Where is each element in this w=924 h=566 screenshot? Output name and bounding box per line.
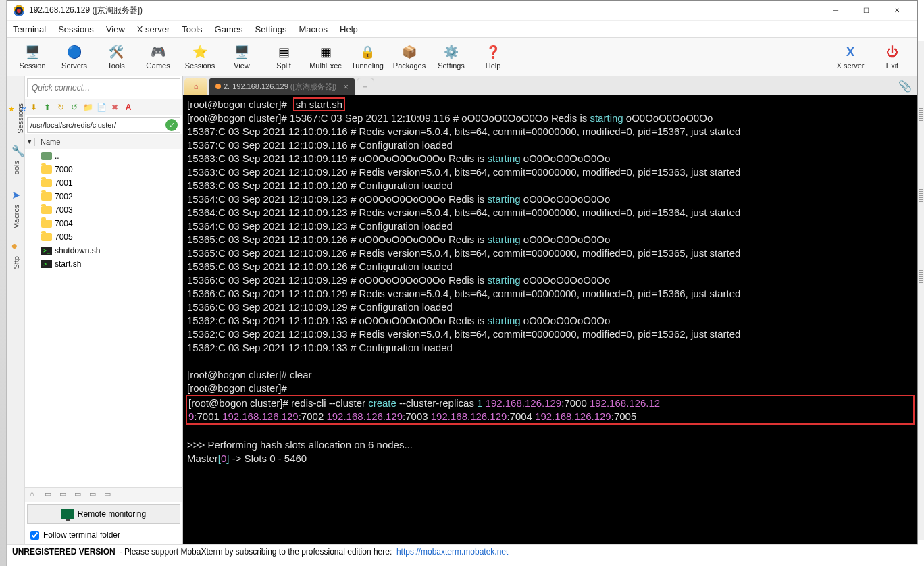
- file-name: ..: [55, 151, 59, 161]
- folder-icon: [41, 232, 52, 242]
- split-icon: ▤: [276, 44, 292, 60]
- file-row-7001[interactable]: 7001: [25, 176, 182, 190]
- refresh-down-icon[interactable]: ↻: [55, 102, 66, 113]
- sidebar: Sessions 🔧 Tools ➤ Macros ● Sftp ⬇ ⬆ ↻ ↺…: [7, 76, 183, 544]
- file-name: 7005: [55, 232, 73, 242]
- svg-point-1: [17, 9, 21, 13]
- window-controls: ─ ☐ ✕: [821, 1, 912, 20]
- folder-icon: [41, 192, 52, 201]
- file-tree[interactable]: ..700070017002700370047005>_shutdown.sh>…: [25, 149, 182, 487]
- collapse-sidebar-button[interactable]: «: [17, 102, 30, 115]
- terminal-output[interactable]: [root@bogon cluster]# sh start.sh [root@…: [183, 95, 917, 544]
- quick-connect-input[interactable]: [27, 78, 180, 97]
- status-msg: - Please support MobaXterm by subscribin…: [120, 547, 392, 557]
- tab-new[interactable]: ＋: [357, 78, 374, 95]
- reload-icon[interactable]: ▭: [74, 490, 85, 500]
- monitor-icon: [61, 509, 74, 519]
- menu-macros[interactable]: Macros: [299, 24, 328, 34]
- view-icon3[interactable]: ▭: [104, 490, 115, 500]
- font-icon[interactable]: A: [123, 102, 134, 113]
- star-icon: ⭐: [192, 44, 208, 60]
- titlebar: 192.168.126.129 ([京淘服务器]) ─ ☐ ✕: [7, 1, 917, 21]
- pin-icon[interactable]: 📎: [898, 80, 912, 93]
- folder-icon[interactable]: ▭: [45, 490, 55, 500]
- menu-help[interactable]: Help: [340, 24, 358, 34]
- tb-split[interactable]: ▤Split: [263, 44, 305, 70]
- tb-tools[interactable]: 🛠️Tools: [95, 44, 137, 70]
- tb-tunneling[interactable]: 🔒Tunneling: [346, 44, 388, 70]
- menu-tools[interactable]: Tools: [182, 24, 202, 34]
- sidetab-macros[interactable]: Macros: [11, 198, 22, 236]
- folder-icon: [41, 165, 52, 174]
- view-icon2[interactable]: ▭: [89, 490, 100, 500]
- menu-settings[interactable]: Settings: [255, 24, 287, 34]
- globe-icon: ●: [11, 240, 21, 249]
- tb-session[interactable]: 🖥️Session: [11, 44, 53, 70]
- servers-icon: 🔵: [66, 44, 82, 60]
- remote-monitoring-button[interactable]: Remote monitoring: [27, 504, 180, 524]
- file-row-shutdown.sh[interactable]: >_shutdown.sh: [25, 244, 182, 257]
- maximize-button[interactable]: ☐: [851, 1, 881, 20]
- sidetab-tools[interactable]: Tools: [11, 154, 22, 185]
- file-row-7000[interactable]: 7000: [25, 163, 182, 176]
- follow-terminal-row: Follow terminal folder: [25, 526, 182, 544]
- sidetab-sftp[interactable]: Sftp: [11, 249, 22, 276]
- follow-terminal-checkbox[interactable]: [30, 531, 39, 540]
- tb-servers[interactable]: 🔵Servers: [53, 44, 95, 70]
- tb-view[interactable]: 🖥️View: [221, 44, 263, 70]
- menu-view[interactable]: View: [106, 24, 125, 34]
- tb-exit[interactable]: ⏻Exit: [871, 44, 913, 70]
- file-name: 7002: [55, 192, 73, 201]
- sftp-path[interactable]: /usr/local/src/redis/cluster/: [28, 121, 165, 129]
- menu-xserver[interactable]: X server: [137, 24, 170, 34]
- status-link[interactable]: https://mobaxterm.mobatek.net: [396, 547, 508, 557]
- host-right-edge: [918, 41, 924, 540]
- gear-icon: ⚙️: [443, 44, 459, 60]
- status-bar: UNREGISTERED VERSION - Please support Mo…: [7, 544, 918, 558]
- upload-icon[interactable]: ⬆: [42, 102, 53, 113]
- lightning-icon: [215, 84, 221, 89]
- newfolder-icon[interactable]: 📁: [82, 102, 93, 113]
- file-row-7002[interactable]: 7002: [25, 190, 182, 203]
- up-icon[interactable]: ▭: [59, 490, 70, 500]
- tb-xserver[interactable]: XX server: [829, 44, 871, 70]
- close-button[interactable]: ✕: [881, 1, 912, 20]
- tb-settings[interactable]: ⚙️Settings: [430, 44, 472, 70]
- folder-icon: [41, 178, 52, 188]
- tunnel-icon: 🔒: [359, 44, 376, 60]
- newfile-icon[interactable]: 📄: [96, 102, 107, 113]
- menu-games[interactable]: Games: [215, 24, 243, 34]
- file-name: 7000: [55, 165, 73, 174]
- toolbar: 🖥️Session 🔵Servers 🛠️Tools 🎮Games ⭐Sessi…: [7, 37, 917, 76]
- tb-help[interactable]: ❓Help: [472, 44, 514, 70]
- multiexec-icon: ▦: [317, 44, 334, 60]
- x-icon: X: [842, 44, 858, 60]
- tb-packages[interactable]: 📦Packages: [388, 44, 430, 70]
- games-icon: 🎮: [150, 44, 166, 60]
- minimize-button[interactable]: ─: [821, 1, 851, 20]
- exit-icon: ⏻: [884, 44, 900, 60]
- menu-bar: Terminal Sessions View X server Tools Ga…: [7, 21, 917, 37]
- file-row-7004[interactable]: 7004: [25, 217, 182, 230]
- main-window: 192.168.126.129 ([京淘服务器]) ─ ☐ ✕ Terminal…: [7, 0, 918, 544]
- delete-icon[interactable]: ✖: [109, 102, 120, 113]
- file-row-start.sh[interactable]: >_start.sh: [25, 257, 182, 271]
- file-row-..[interactable]: ..: [25, 149, 182, 163]
- menu-sessions[interactable]: Sessions: [58, 24, 94, 34]
- tb-games[interactable]: 🎮Games: [137, 44, 179, 70]
- home-icon[interactable]: ⌂: [30, 490, 41, 500]
- terminal-tabs: ⌂ 2. 192.168.126.129 ([京淘服务器]) × ＋ 📎: [183, 76, 917, 95]
- col-name[interactable]: Name: [34, 138, 182, 146]
- menu-terminal[interactable]: Terminal: [13, 24, 46, 34]
- tb-sessions[interactable]: ⭐Sessions: [179, 44, 221, 70]
- tb-multiexec[interactable]: ▦MultiExec: [305, 44, 346, 70]
- tab-session-active[interactable]: 2. 192.168.126.129 ([京淘服务器]) ×: [209, 78, 355, 95]
- packages-icon: 📦: [401, 44, 417, 60]
- refresh-up-icon[interactable]: ↺: [69, 102, 80, 113]
- tab-home[interactable]: ⌂: [184, 78, 207, 95]
- tab-close-icon[interactable]: ×: [343, 82, 349, 92]
- file-row-7005[interactable]: 7005: [25, 230, 182, 244]
- file-row-7003[interactable]: 7003: [25, 203, 182, 217]
- help-icon: ❓: [485, 44, 501, 60]
- sftp-bottom-toolbar: ⌂ ▭ ▭ ▭ ▭ ▭: [25, 487, 182, 502]
